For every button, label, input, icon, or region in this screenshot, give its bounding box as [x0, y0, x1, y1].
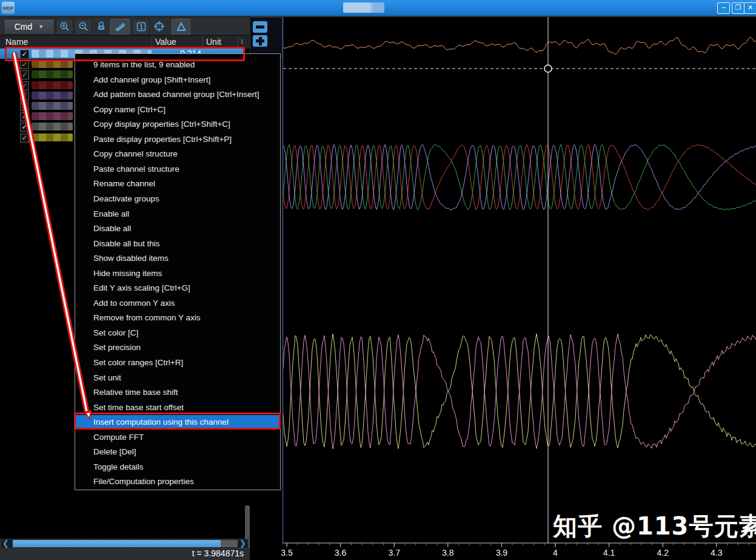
single-frame-icon: 1 [136, 21, 147, 32]
watermark: 知乎 @113号元素 [553, 510, 753, 541]
measure-button[interactable] [110, 19, 130, 35]
app-icon: MDF [2, 2, 15, 14]
x-tick-label: 3.6 [327, 548, 354, 558]
menu-item[interactable]: Deactivate groups [75, 192, 280, 206]
cmd-dropdown[interactable]: Cmd ▼ [4, 19, 55, 35]
channel-name-redacted [32, 60, 73, 68]
channel-checkbox[interactable]: ✓ [20, 70, 29, 79]
zoom-in-icon [59, 21, 70, 32]
window-title-redacted [343, 2, 373, 13]
menu-item[interactable]: Paste channel structure [75, 162, 280, 177]
menu-item[interactable]: Add pattern based channel group [Ctrl+In… [75, 87, 280, 102]
lock-icon [96, 21, 107, 32]
horizontal-scrollbar[interactable]: ❮ ❯ [0, 539, 249, 548]
x-tick-label: 3.9 [488, 548, 515, 558]
menu-item[interactable]: Paste display properties [Ctrl+Shift+P] [75, 132, 280, 147]
zoom-out-icon [78, 21, 89, 32]
annotation-highlight-menu-item [74, 413, 281, 430]
zoom-out-button[interactable] [75, 19, 92, 35]
menu-item[interactable]: Set precision [75, 340, 280, 355]
menu-item[interactable]: Disable all [75, 221, 280, 236]
horizontal-scrollbar-thumb-end[interactable] [221, 540, 238, 547]
lock-button[interactable] [93, 19, 109, 33]
close-button[interactable]: ✕ [744, 2, 756, 14]
toolbar: Cmd ▼ [0, 18, 250, 34]
channel-checkbox[interactable]: ✓ [20, 92, 29, 101]
status-bar: t = 3.984871s [0, 548, 250, 560]
application-window: MDF – ❒ ✕ Cmd ▼ [0, 0, 756, 560]
channel-name-redacted [32, 102, 73, 110]
menu-item[interactable]: Add to common Y axis [75, 296, 280, 311]
menu-item[interactable]: Copy name [Ctrl+C] [75, 103, 280, 117]
cursor-time-readout: t = 3.984871s [192, 548, 244, 558]
sort-indicator-icon[interactable]: ↕ [240, 37, 244, 46]
menu-item[interactable]: Rename channel [75, 177, 280, 191]
zoom-in-button[interactable] [56, 19, 73, 35]
menu-item[interactable]: Enable all [75, 207, 280, 221]
scroll-left-arrow-icon[interactable]: ❮ [1, 540, 10, 547]
menu-item[interactable]: Copy display properties [Ctrl+Shift+C] [75, 117, 280, 132]
menu-item[interactable]: Delete [Del] [75, 445, 280, 459]
menu-item[interactable]: Set unit [75, 371, 280, 385]
scroll-right-arrow-icon[interactable]: ❯ [238, 540, 247, 547]
delta-button[interactable] [172, 19, 190, 35]
x-tick-label: 4.3 [703, 548, 730, 558]
channel-checkbox[interactable]: ✓ [20, 81, 29, 90]
x-tick-label: 3.7 [381, 548, 407, 558]
single-frame-button[interactable]: 1 [132, 19, 150, 35]
channel-name-redacted [32, 81, 73, 89]
menu-item[interactable]: Set color ranges [Ctrl+R] [75, 356, 280, 370]
plot-canvas[interactable] [283, 17, 756, 543]
menu-item[interactable]: Copy channel structure [75, 147, 280, 161]
channel-checkbox[interactable]: ✓ [20, 60, 29, 69]
ruler-icon [115, 21, 126, 33]
column-header-unit[interactable]: Unit [206, 37, 221, 47]
chevron-down-icon: ▼ [38, 24, 44, 30]
channel-name-redacted [32, 92, 73, 100]
svg-text:1: 1 [139, 24, 143, 30]
channel-name-redacted [32, 112, 73, 120]
x-tick-label: 4 [542, 548, 569, 558]
annotation-highlight-selected-row [5, 47, 245, 61]
column-header-name[interactable]: Name [5, 37, 28, 47]
minimize-button[interactable]: – [717, 2, 730, 14]
menu-item[interactable]: Remove from common Y axis [75, 311, 280, 325]
minus-icon [256, 25, 264, 29]
y-zoom-in-button[interactable] [253, 35, 267, 47]
menu-item[interactable]: Add channel group [Shift+Insert] [75, 73, 280, 87]
x-tick-label: 3.5 [273, 548, 300, 558]
column-header-value[interactable]: Value [155, 37, 176, 47]
window-title-redacted-2 [371, 2, 384, 13]
y-zoom-strip [250, 17, 283, 58]
channel-name-redacted [32, 123, 73, 130]
menu-item[interactable]: Edit Y axis scaling [Ctrl+G] [75, 281, 280, 295]
menu-item[interactable]: Disable all but this [75, 237, 280, 251]
channel-name-redacted [32, 133, 73, 141]
y-zoom-out-button[interactable] [253, 21, 267, 33]
maximize-button[interactable]: ❒ [732, 2, 744, 14]
horizontal-scrollbar-thumb[interactable] [13, 540, 221, 547]
channel-checkbox[interactable]: ✓ [20, 102, 29, 111]
channel-checkbox[interactable]: ✓ [20, 123, 29, 132]
menu-item[interactable]: Set color [C] [75, 326, 280, 340]
target-icon [153, 21, 165, 32]
menu-item[interactable]: Relative time base shift [75, 385, 280, 400]
channel-checkbox[interactable]: ✓ [20, 112, 29, 121]
title-bar: MDF – ❒ ✕ [0, 0, 756, 16]
channel-name-redacted [32, 70, 73, 78]
delta-icon [176, 21, 187, 32]
menu-item[interactable]: Compute FFT [75, 430, 280, 445]
menu-item[interactable]: File/Computation properties [75, 474, 280, 489]
x-tick-label: 3.8 [435, 548, 461, 558]
menu-item[interactable]: Show disabled items [75, 251, 280, 266]
x-tick-label: 4.2 [649, 548, 676, 558]
cursor-target-button[interactable] [151, 19, 167, 33]
channel-checkbox[interactable]: ✓ [20, 133, 29, 143]
x-tick-label: 4.1 [596, 548, 623, 558]
menu-item[interactable]: Hide missing items [75, 266, 280, 281]
menu-item[interactable]: Toggle details [75, 460, 280, 474]
